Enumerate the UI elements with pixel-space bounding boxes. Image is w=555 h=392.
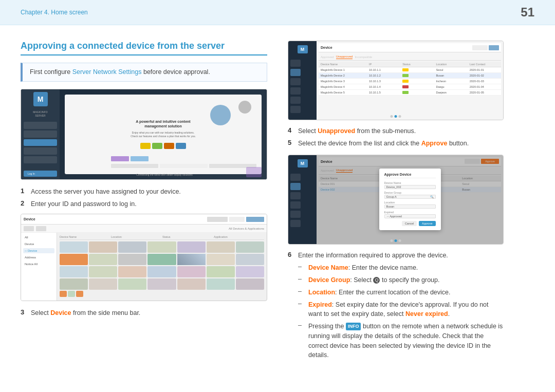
mock-content-area: A powerful and intuitive contentmanageme… [65,95,262,174]
mock-sidebar: M MAGICINFOSERVER Log In [21,89,60,179]
field-label-device-name: Device Name [384,181,436,184]
sidebar-item [24,147,57,155]
device-row-2 [60,254,264,265]
step-4-highlight: Unapproved [318,127,355,135]
side-nav-icon-6 [290,106,301,113]
bullet-text-1: Device Name: Enter the device name. [308,263,418,273]
step-4: 4 Select Unapproved from the sub-menus. [288,126,504,136]
mock-modal: Approve Device Device Name Device_002 De… [379,169,441,230]
mock-side-nav-2: M [288,155,317,244]
right-column: M Device [288,41,504,363]
step-1-text: Access the server you have assigned to y… [31,187,181,197]
side-nav-icon-a5 [290,211,301,218]
info-text-before: First configure [30,68,72,76]
sidebar-item [24,122,57,129]
step-6: 6 Enter the information required to appr… [288,251,504,260]
chapter-label: Chapter 4. Home screen [21,9,88,16]
step-3: 3 Select Device from the side menu bar. [21,308,267,318]
label-location: Location [308,289,335,296]
side-nav-icon-a1 [290,174,301,181]
mock-modal-group-field: Device Group Group A 🔍 [384,191,436,199]
step-3-number: 3 [21,308,27,316]
search-icon-inline: Q [373,277,380,284]
mock-modal-device-name-field: Device Name Device_002 [384,181,436,189]
bullet-expired: – Expired: Set expiry date for the devic… [298,300,504,320]
step-1: 1 Access the server you have assigned to… [21,187,267,197]
mock-right-main: Device Approved Unapproved Incompatible [317,41,503,120]
bullet-info: – Pressing the INFO button on the remote… [298,322,504,360]
field-label-group: Device Group [384,191,436,194]
mock-logo: M [33,92,48,106]
step-4-text: Select Unapproved from the sub-menus. [298,126,416,136]
bullet-text-5: Pressing the INFO button on the remote w… [308,322,504,360]
screenshot-server-login: M MAGICINFOSERVER Log In [21,89,267,180]
device-row-4 [60,278,264,290]
step-5: 5 Select the device from the list and cl… [288,139,504,148]
main-content: Approving a connected device from the se… [0,25,555,378]
bullet-dash-4: – [298,300,304,307]
device-sidebar: All Device ─ Device Address Notice All [21,233,57,301]
bullet-text-4: Expired: Set expiry date for the device'… [308,300,504,320]
bullet-device-name: – Device Name: Enter the device name. [298,263,504,273]
step-1-number: 1 [21,187,27,195]
mock-modal-overlay: Approve Device Device Name Device_002 De… [317,155,503,244]
side-nav-icon-1 [290,60,301,67]
mock-content-inner: A powerful and intuitive contentmanageme… [65,95,262,174]
screenshot-unapproved: M Device [288,41,504,120]
sidebar-device-active: ─ Device [23,248,54,253]
mock-modal-buttons: Cancel Approve [384,221,436,226]
mock-right-container-2: M Device [288,155,503,244]
sidebar-item-active [24,139,57,146]
label-never-expired: Never expired [405,310,448,318]
left-column: Approving a connected device from the se… [21,41,267,363]
step-group-1-2: 1 Access the server you have assigned to… [21,187,267,209]
step-6-number: 6 [288,251,294,258]
field-input-group: Group A 🔍 [384,195,436,199]
step-5-highlight: Approve [421,140,448,147]
mock-sub-toolbar: All Devices & Applications [21,225,267,233]
sidebar-notice: Notice All [23,262,54,267]
bullet-dash-2: – [298,275,304,283]
screenshot-approve-modal: M Device [288,155,504,245]
sidebar-all: All [23,235,54,240]
side-nav-icon-4 [290,87,301,95]
sidebar-address: Address [23,255,54,260]
label-device-name: Device Name [308,264,348,271]
modal-approve-btn[interactable]: Approve [419,221,436,226]
section-title: Approving a connected device from the se… [21,41,267,55]
mock-modal-expired-field: Expired → Approved [384,211,436,218]
step-6-text: Enter the information required to approv… [298,251,448,260]
mock-toolbar: Device [21,214,267,225]
modal-cancel-btn[interactable]: Cancel [402,221,417,226]
bullet-text-3: Location: Enter the current location of … [308,288,451,297]
step-4-number: 4 [288,126,294,134]
sidebar-device: Device [23,241,54,247]
info-link[interactable]: Server Network Settings [72,68,142,76]
page-number: 51 [521,5,534,20]
step-2: 2 Enter your ID and password to log in. [21,199,267,209]
bullet-dash-1: – [298,263,304,270]
bullet-dash-3: – [298,288,304,295]
bullet-dash-5: – [298,322,304,329]
label-expired: Expired [308,301,332,308]
field-label-expired: Expired [384,211,436,214]
device-grid-body: All Device ─ Device Address Notice All D… [21,233,267,301]
side-nav-logo: M [290,44,314,54]
label-device-group: Device Group [308,276,350,284]
side-nav-icon-3 [290,78,301,85]
mock-side-nav: M [288,41,317,120]
field-label-location: Location [384,201,436,204]
side-nav-icon-2-active [290,69,301,76]
field-input-device-name: Device_002 [384,185,436,189]
screenshot-device-grid: Device All Devices & Applications [21,214,267,301]
mock-modal-location-field: Location Busan [384,201,436,209]
info-badge: INFO [346,323,361,331]
mock-sub: Enjoy what you can with our industry-lea… [131,131,196,138]
field-input-location: Busan [384,204,436,209]
device-row-1 [60,241,264,253]
step-2-number: 2 [21,199,27,207]
step-3-text: Select Device from the side menu bar. [31,308,140,318]
info-box: First configure Server Network Settings … [21,63,267,82]
step-3-highlight: Device [50,309,71,316]
bullet-list: – Device Name: Enter the device name. – … [298,263,504,360]
